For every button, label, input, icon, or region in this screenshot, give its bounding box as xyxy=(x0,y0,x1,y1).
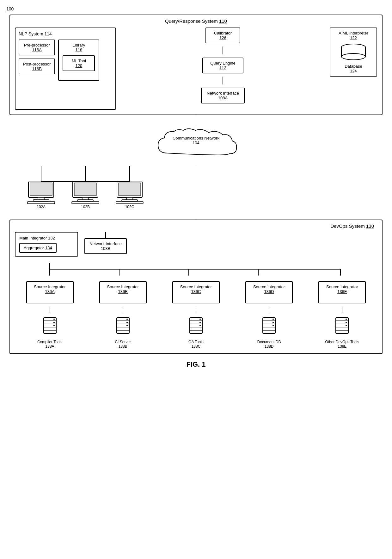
library-box: Library 118 ML Tool 120 xyxy=(58,40,99,81)
computer-icon-102a xyxy=(27,182,55,204)
computer-102a: 102A xyxy=(27,182,55,209)
computers-section: 102A 102B 102C xyxy=(9,166,383,220)
server-icon-138e xyxy=(333,316,352,335)
computer-102b: 102B xyxy=(71,182,100,209)
integrator-col-136d: Source Integrator 136D Document DB 13 xyxy=(245,281,293,349)
integrator-col-136b: Source Integrator 136B CI Server 138B xyxy=(99,281,147,349)
line-qe-ni xyxy=(223,77,223,84)
line-si-136c xyxy=(196,307,196,313)
line-from-cloud xyxy=(105,232,106,238)
tool-label-138a: Compiler Tools 138A xyxy=(37,340,62,349)
svg-rect-27 xyxy=(116,202,143,204)
computer-ref-102b: 102B xyxy=(71,205,100,209)
line-si-136b xyxy=(123,307,123,313)
calibrator-box: Calibrator 126 xyxy=(205,28,240,43)
figure-label: FIG. 1 xyxy=(9,360,383,369)
svg-point-64 xyxy=(273,319,274,320)
svg-point-65 xyxy=(273,322,274,323)
line-si-136d xyxy=(269,307,269,313)
devops-title: DevOps System 130 xyxy=(15,223,377,229)
computer-ref-102a: 102A xyxy=(27,205,55,209)
computer-ref-102c: 102C xyxy=(115,205,144,209)
svg-point-58 xyxy=(199,325,201,326)
main-integrator-box: Main Integrator 132 Aggregator 134 xyxy=(15,232,78,257)
mltool-box: ML Tool 120 xyxy=(63,55,95,71)
cloud-wrapper: Communications Network 104 xyxy=(9,128,383,163)
source-integrator-box-136a: Source Integrator 136A xyxy=(26,281,74,303)
page-number: 100 xyxy=(6,6,14,11)
preprocessor-box: Pre-processor 116A xyxy=(19,40,55,55)
cloud-label: Communications Network 104 xyxy=(149,136,243,145)
source-integrator-box-136d: Source Integrator 136D xyxy=(245,281,293,303)
postprocessor-box: Post-processor 116B xyxy=(19,59,55,74)
ni-108b-area: Network Interface 108B xyxy=(84,232,127,254)
integrator-col-136a: Source Integrator 136A Compiler Tools xyxy=(26,281,74,349)
database-icon xyxy=(339,43,368,62)
svg-point-72 xyxy=(346,319,347,320)
line-calibrator-qe xyxy=(223,47,223,54)
server-icon-138b xyxy=(113,316,132,335)
svg-point-42 xyxy=(53,325,55,326)
svg-point-57 xyxy=(199,322,201,323)
svg-point-48 xyxy=(126,319,128,320)
integrator-lines-svg xyxy=(15,263,375,276)
svg-rect-16 xyxy=(33,200,49,201)
svg-point-73 xyxy=(346,322,347,323)
server-icon-138a xyxy=(40,316,59,335)
tool-label-138c: QA Tools 138C xyxy=(188,340,204,349)
source-integrators-row: Source Integrator 136A Compiler Tools xyxy=(15,281,377,349)
svg-rect-22 xyxy=(72,202,99,204)
svg-point-49 xyxy=(126,322,128,323)
ni-108a-box: Network Interface 108A xyxy=(201,88,245,103)
svg-point-40 xyxy=(53,319,55,320)
svg-rect-17 xyxy=(28,202,55,204)
svg-point-74 xyxy=(346,325,347,326)
svg-point-50 xyxy=(126,325,128,326)
tool-label-138e: Other DevOps Tools 138E xyxy=(325,340,359,349)
devops-system-box: DevOps System 130 Main Integrator 132 Ag… xyxy=(9,220,383,354)
svg-rect-26 xyxy=(122,200,138,201)
computer-102c: 102C xyxy=(115,182,144,209)
nlp-system-box: NLP System 114 Pre-processor 116A Post-p… xyxy=(15,28,116,110)
connection-lines-svg xyxy=(9,166,383,220)
svg-point-56 xyxy=(199,319,201,320)
svg-rect-24 xyxy=(119,183,141,196)
svg-rect-19 xyxy=(74,183,96,196)
qrs-system-box: Query/Response System 110 NLP System 114… xyxy=(9,15,383,115)
middle-column: Calibrator 126 Query Engine 112 Network … xyxy=(124,28,322,103)
source-integrator-box-136b: Source Integrator 136B xyxy=(99,281,147,303)
source-integrator-box-136c: Source Integrator 136C xyxy=(172,281,220,303)
server-icon-138c xyxy=(187,316,205,335)
devops-top-row: Main Integrator 132 Aggregator 134 Netwo… xyxy=(15,232,377,257)
computer-icon-102c xyxy=(115,182,144,204)
svg-point-66 xyxy=(273,325,274,326)
cloud-container: Communications Network 104 xyxy=(149,128,243,163)
line-si-136a xyxy=(50,307,50,313)
right-column: AIML Interpreter 122 Data xyxy=(330,28,377,77)
svg-rect-21 xyxy=(77,200,93,201)
aiml-box: AIML Interpreter 122 Data xyxy=(330,28,377,77)
tool-label-138b: CI Server 138B xyxy=(115,340,131,349)
line-si-136e xyxy=(342,307,342,313)
database-area: Database 124 xyxy=(334,43,373,73)
nlp-title: NLP System 114 xyxy=(19,31,112,36)
integrator-connector xyxy=(15,263,377,276)
computer-icon-102b xyxy=(71,182,100,204)
qrs-title: Query/Response System 110 xyxy=(15,18,377,24)
svg-point-41 xyxy=(53,322,55,323)
server-icon-138d xyxy=(260,316,279,335)
integrator-col-136e: Source Integrator 136E Other DevOps Tool… xyxy=(318,281,366,349)
source-integrator-box-136e: Source Integrator 136E xyxy=(318,281,366,303)
aggregator-box: Aggregator 134 xyxy=(19,243,57,253)
query-engine-box: Query Engine 112 xyxy=(202,58,243,73)
integrator-col-136c: Source Integrator 136C QA Tools 138C xyxy=(172,281,220,349)
ni-108b-box: Network Interface 108B xyxy=(84,238,127,254)
tool-label-138d: Document DB 138D xyxy=(257,340,281,349)
line-ni-cloud xyxy=(9,115,383,125)
svg-rect-14 xyxy=(30,183,52,196)
cloud-svg xyxy=(149,128,243,163)
svg-point-4 xyxy=(341,53,365,60)
